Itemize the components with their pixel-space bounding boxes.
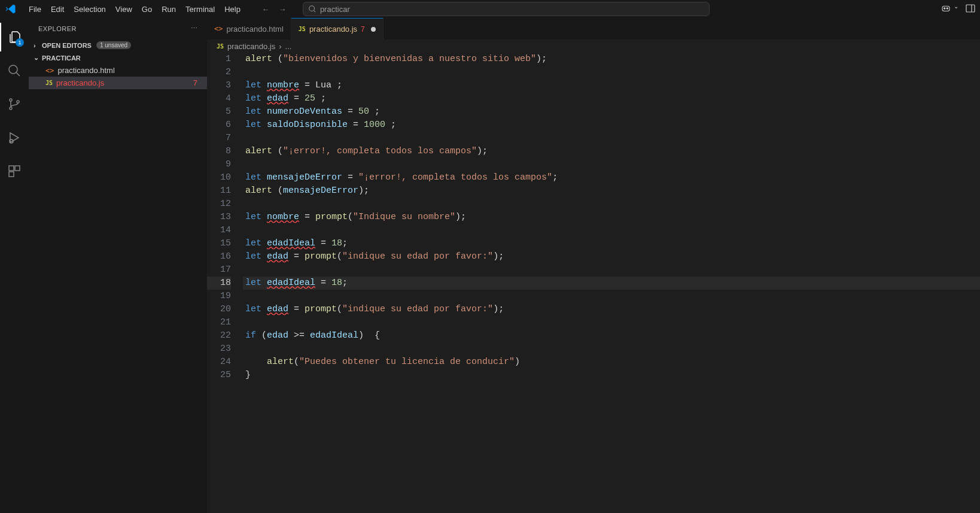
file-name: practicando.js — [56, 78, 190, 87]
activity-extensions[interactable] — [0, 157, 29, 186]
svg-line-1 — [314, 11, 316, 13]
search-label: practicar — [320, 5, 350, 14]
svg-rect-13 — [9, 166, 14, 171]
file-list: <>practicando.htmlJSpracticando.js7 — [29, 64, 207, 89]
menu-selection[interactable]: Selection — [69, 2, 110, 16]
tab-practicando-html[interactable]: <>practicando.html — [207, 18, 291, 40]
layout-toggle-icon[interactable] — [966, 4, 975, 15]
unsaved-dot-icon — [371, 27, 376, 32]
menu-file[interactable]: File — [24, 2, 46, 16]
vscode-logo-icon — [5, 3, 17, 15]
unsaved-badge: 1 unsaved — [96, 41, 131, 49]
breadcrumb[interactable]: JS practicando.js › ... — [207, 40, 980, 53]
search-icon — [7, 63, 22, 78]
svg-point-4 — [947, 7, 948, 8]
activity-bar: 1 — [0, 18, 29, 513]
file-item[interactable]: <>practicando.html — [29, 64, 207, 77]
menu-view[interactable]: View — [111, 2, 137, 16]
tabs-bar: <>practicando.htmlJSpracticando.js7 — [207, 18, 980, 40]
nav-back-icon[interactable]: ← — [260, 5, 272, 14]
menu-go[interactable]: Go — [137, 2, 157, 16]
folder-section[interactable]: ⌄ PRACTICAR — [29, 51, 207, 64]
tab-label: practicando.js — [309, 25, 357, 34]
js-icon: JS — [45, 80, 53, 86]
html-icon: <> — [214, 25, 223, 33]
html-icon: <> — [45, 66, 54, 75]
menu-bar: FileEditSelectionViewGoRunTerminalHelp — [24, 2, 245, 16]
svg-point-10 — [10, 107, 12, 110]
command-center[interactable]: practicar — [303, 2, 710, 16]
editor-area: <>practicando.htmlJSpracticando.js7 JS p… — [207, 18, 980, 513]
svg-point-11 — [17, 101, 19, 103]
chevron-right-icon: › — [279, 42, 281, 51]
explorer-title: EXPLORER — [38, 25, 77, 32]
svg-point-3 — [944, 7, 945, 8]
menu-terminal[interactable]: Terminal — [181, 2, 220, 16]
menu-help[interactable]: Help — [220, 2, 245, 16]
menu-run[interactable]: Run — [157, 2, 181, 16]
svg-rect-2 — [942, 6, 949, 11]
svg-rect-14 — [15, 166, 20, 171]
file-name: practicando.html — [57, 66, 202, 75]
menu-edit[interactable]: Edit — [46, 2, 69, 16]
line-gutter: 1234567891011121314151617181920212223242… — [207, 53, 243, 513]
search-icon — [308, 5, 316, 13]
nav-forward-icon[interactable]: → — [276, 5, 288, 14]
code-content[interactable]: alert ("bienvenidos y bienvenidas a nues… — [243, 53, 980, 513]
extensions-icon — [7, 164, 22, 178]
svg-rect-5 — [966, 5, 975, 12]
js-icon: JS — [217, 43, 224, 50]
svg-point-9 — [10, 99, 12, 101]
svg-rect-15 — [9, 172, 14, 177]
svg-point-7 — [9, 65, 17, 74]
copilot-icon[interactable]: ⌄ — [941, 3, 958, 16]
tab-label: practicando.html — [226, 25, 283, 34]
editor-body[interactable]: 1234567891011121314151617181920212223242… — [207, 53, 980, 513]
chevron-right-icon: › — [34, 42, 39, 49]
more-icon[interactable]: ⋯ — [191, 25, 198, 32]
svg-line-8 — [16, 72, 20, 76]
breadcrumb-file: practicando.js — [227, 42, 275, 51]
git-branch-icon — [7, 97, 22, 111]
js-icon: JS — [299, 26, 306, 32]
activity-badge: 1 — [16, 38, 24, 47]
nav-arrows: ← → — [260, 5, 288, 14]
breadcrumb-suffix: ... — [285, 42, 292, 51]
tab-practicando-js[interactable]: JSpracticando.js7 — [291, 18, 384, 40]
chevron-down-icon: ⌄ — [34, 54, 39, 62]
activity-run-debug[interactable] — [0, 123, 29, 152]
problem-count: 7 — [193, 78, 197, 87]
play-bug-icon — [7, 130, 22, 145]
sidebar: EXPLORER ⋯ › OPEN EDITORS 1 unsaved ⌄ PR… — [29, 18, 207, 513]
svg-point-0 — [309, 6, 315, 11]
activity-explorer[interactable]: 1 — [0, 23, 29, 51]
activity-search[interactable] — [0, 56, 29, 85]
title-bar: FileEditSelectionViewGoRunTerminalHelp ←… — [0, 0, 980, 18]
activity-source-control[interactable] — [0, 90, 29, 119]
tab-problem-count: 7 — [361, 25, 365, 34]
file-item[interactable]: JSpracticando.js7 — [29, 77, 207, 89]
open-editors-section[interactable]: › OPEN EDITORS 1 unsaved — [29, 39, 207, 51]
